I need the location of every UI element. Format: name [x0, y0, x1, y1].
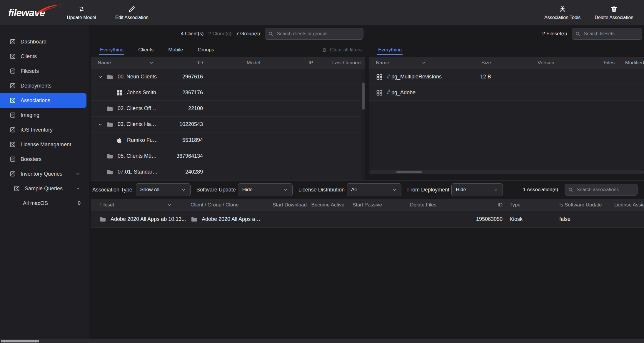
license-distribution-select[interactable]: All: [347, 183, 401, 196]
tab-groups[interactable]: Groups: [198, 47, 214, 57]
table-row[interactable]: 00. Neun Clients 2967616: [91, 69, 365, 85]
table-row[interactable]: 05. Clients München 367964134: [91, 148, 365, 164]
search-icon: [568, 187, 573, 192]
filesets-count: 2 Fileset(s): [542, 31, 567, 37]
row-name: 03. Clients Hamburc: [118, 121, 159, 127]
sidebar-item-associations[interactable]: Associations: [0, 93, 86, 108]
row-name: Johns Smith: [127, 90, 156, 96]
filesets-stats-row: 2 Fileset(s): [369, 26, 644, 42]
column-header-modified: Modified: [615, 60, 644, 66]
associations-panel: Association Type: Show All Software Upda…: [91, 180, 644, 343]
tab-mobile[interactable]: Mobile: [168, 47, 183, 57]
table-row[interactable]: # pg_MultipleRevisIons 12 B: [369, 69, 644, 85]
delete-association-button[interactable]: Delete Association: [595, 5, 633, 20]
tab-everything[interactable]: Everything: [378, 47, 402, 57]
update-model-button[interactable]: Update Model: [65, 5, 98, 20]
sidebar-item-inventory-queries[interactable]: Inventory Queries: [0, 167, 86, 181]
sort-chevron-icon: [421, 60, 426, 65]
filewave-logo[interactable]: filewave: [8, 4, 58, 21]
row-fileset: Adobe 2020 All Apps ab 10.13...: [111, 216, 186, 222]
table-row[interactable]: 07.01. Standardsoftware 240289: [91, 164, 365, 180]
associations-search-input[interactable]: [565, 184, 638, 196]
column-header-ip: IP: [260, 60, 313, 66]
column-header-files: Files: [554, 60, 615, 66]
filesets-search-input[interactable]: [572, 28, 642, 40]
column-header-name[interactable]: Name: [98, 60, 159, 66]
tab-clients[interactable]: Clients: [138, 47, 154, 57]
app-window: filewave Update Model Edit Association A…: [0, 0, 644, 343]
clients-tabs-row: Everything Clients Mobile Groups Clear a…: [91, 42, 365, 57]
table-row[interactable]: # pg_Adobe: [369, 85, 644, 101]
select-value: Hide: [456, 187, 466, 193]
window-horizontal-scrollbar: [0, 339, 644, 343]
table-row[interactable]: Rumiko Fujikawa 5531894: [91, 132, 365, 148]
window-horizontal-scrollbar-thumb[interactable]: [1, 340, 39, 342]
row-id: 10220543: [159, 121, 203, 127]
clients-search-input[interactable]: [265, 28, 363, 40]
sidebar-item-ios-inventory[interactable]: iOS Inventory: [0, 122, 86, 137]
filesets-table-header: Name Size Version Files Modified: [369, 57, 644, 69]
row-id: 195063050: [436, 216, 503, 222]
edit-association-label: Edit Association: [115, 15, 149, 20]
sidebar-item-license-management[interactable]: License Managament: [0, 137, 86, 152]
clear-all-filters-label: Clear all filters: [330, 47, 362, 53]
main-area: 4 Client(s) 2 Clone(s) 7 Group(s) Everyt…: [89, 26, 644, 343]
expander-chevron-icon[interactable]: [98, 74, 106, 80]
sort-chevron-icon: [167, 203, 172, 207]
sidebar-item-label: Clients: [21, 53, 37, 60]
row-client-group-clone: Adobe 2020 All Apps ab 10.13...: [202, 216, 263, 222]
row-name: # pg_Adobe: [387, 90, 416, 96]
topbar-right-actions: Association Tools Delete Association: [544, 5, 633, 20]
table-row[interactable]: Adobe 2020 All Apps ab 10.13... Adobe 20…: [91, 211, 644, 228]
sidebar-item-boosters[interactable]: Boosters: [0, 152, 86, 167]
sidebar-item-sample-queries[interactable]: Sample Queries: [0, 181, 86, 196]
associations-count: 1 Association(s): [523, 187, 558, 193]
software-update-select[interactable]: Hide: [238, 183, 293, 196]
filesets-search: [572, 28, 642, 40]
from-deployment-select[interactable]: Hide: [451, 183, 503, 196]
filesets-tabs-row: Everything: [369, 42, 644, 57]
row-id: 5531894: [159, 137, 203, 143]
sidebar-item-dashboard[interactable]: Dashboard: [0, 34, 86, 49]
tab-everything[interactable]: Everything: [100, 47, 124, 57]
sidebar-item-deployments[interactable]: Deployments: [0, 78, 86, 93]
sidebar-item-label: Dashboard: [21, 39, 46, 45]
association-tools-button[interactable]: Association Tools: [544, 5, 580, 20]
chevron-down-icon[interactable]: [75, 171, 81, 176]
sort-chevron-icon: [149, 60, 154, 65]
chevron-down-icon[interactable]: [75, 186, 81, 191]
column-header-fileset[interactable]: Fileset: [99, 202, 191, 208]
chevron-down-icon: [493, 187, 498, 192]
filesets-panel: 2 Fileset(s) Everything Name: [369, 26, 644, 180]
folder-icon: [106, 153, 114, 160]
table-row[interactable]: 03. Clients Hamburc 10220543: [91, 117, 365, 132]
row-id: 22100: [159, 105, 203, 112]
column-header-delete-files: Delete Files: [382, 202, 436, 208]
filter-label-from-deployment: From Deployment: [407, 187, 449, 193]
expander-chevron-icon[interactable]: [98, 122, 106, 127]
column-header-name[interactable]: Name: [376, 60, 447, 66]
row-id: 367964134: [159, 153, 203, 159]
associations-icon: [9, 97, 16, 104]
topbar-actions: Update Model Edit Association: [65, 5, 149, 20]
row-name: Rumiko Fujikawa: [127, 137, 159, 143]
select-value: Hide: [242, 187, 253, 193]
imaging-icon: [9, 112, 16, 118]
table-row[interactable]: Johns Smith 2367176: [91, 85, 365, 101]
clear-all-filters-button[interactable]: Clear all filters: [322, 47, 362, 57]
update-model-icon: [78, 5, 85, 13]
vertical-scrollbar-thumb[interactable]: [362, 83, 365, 110]
sidebar-item-imaging[interactable]: Imaging: [0, 108, 86, 122]
sidebar-item-all-macos[interactable]: All macOS 0: [0, 196, 86, 211]
table-row[interactable]: 02. Clients Offenburc 22100: [91, 101, 365, 117]
fileset-icon: [376, 73, 383, 80]
horizontal-scrollbar: [369, 170, 644, 174]
horizontal-scrollbar-thumb[interactable]: [396, 171, 422, 173]
sidebar: Dashboard Clients Filesets Deployments A…: [0, 26, 89, 343]
sidebar-item-label: Deployments: [21, 83, 51, 89]
topbar: filewave Update Model Edit Association A…: [0, 0, 644, 26]
sidebar-item-clients[interactable]: Clients: [0, 49, 86, 64]
association-type-select[interactable]: Show All: [136, 183, 191, 196]
sidebar-item-filesets[interactable]: Filesets: [0, 64, 86, 78]
edit-association-button[interactable]: Edit Association: [115, 5, 149, 20]
